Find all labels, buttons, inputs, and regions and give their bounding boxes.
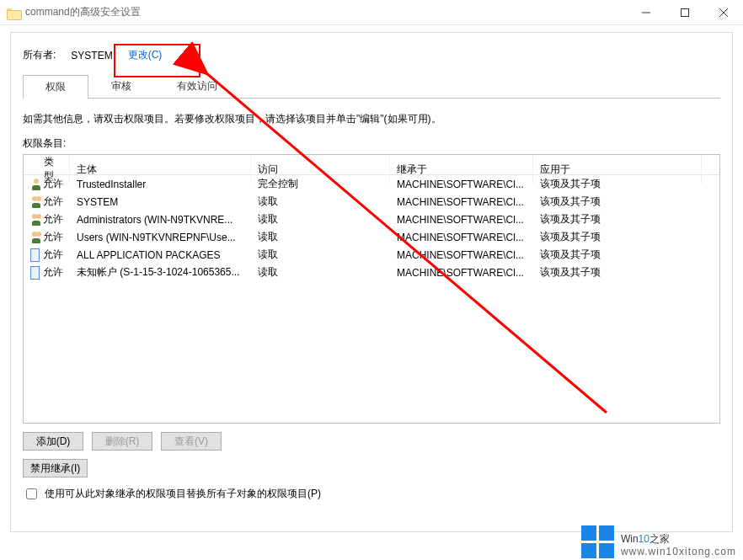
svg-rect-0	[682, 8, 689, 16]
users-icon	[30, 231, 40, 244]
view-button[interactable]: 查看(V)	[161, 432, 222, 451]
list-header: 类型 主体 访问 继承于 应用于	[24, 155, 719, 175]
table-row[interactable]: 允许SYSTEM读取MACHINE\SOFTWARE\Cl...该项及其子项	[24, 193, 719, 211]
cell-principal: ALL APPLICATION PACKAGES	[70, 249, 251, 261]
cell-inherited: MACHINE\SOFTWARE\Cl...	[390, 267, 533, 279]
user-icon	[30, 178, 40, 191]
cell-principal: Administrators (WIN-N9TKVNRE...	[70, 214, 251, 226]
table-row[interactable]: 允许Users (WIN-N9TKVNREPNF\Use...读取MACHINE…	[24, 228, 719, 246]
tab-divider	[23, 98, 720, 99]
cell-applies: 该项及其子项	[533, 248, 702, 262]
content-area: 所有者: SYSTEM 更改(C) 权限 审核 有效访问 如需其他信息，请双击权…	[0, 25, 743, 541]
users-icon	[30, 195, 40, 209]
disable-inherit-button[interactable]: 禁用继承(I)	[23, 459, 88, 477]
cell-access: 读取	[251, 230, 390, 244]
change-owner-link[interactable]: 更改(C)	[128, 48, 163, 62]
cell-principal: SYSTEM	[70, 196, 251, 208]
generic-icon	[30, 248, 40, 262]
cell-applies: 该项及其子项	[533, 230, 702, 244]
cell-inherited: MACHINE\SOFTWARE\Cl...	[390, 196, 533, 208]
table-row[interactable]: 允许Administrators (WIN-N9TKVNRE...读取MACHI…	[24, 211, 719, 228]
cell-applies: 该项及其子项	[533, 212, 702, 227]
replace-children-label: 使用可从此对象继承的权限项目替换所有子对象的权限项目(P)	[45, 487, 321, 501]
main-panel: 所有者: SYSTEM 更改(C) 权限 审核 有效访问 如需其他信息，请双击权…	[10, 32, 733, 532]
owner-value: SYSTEM	[71, 50, 112, 61]
cell-principal: Users (WIN-N9TKVNREPNF\Use...	[70, 232, 251, 243]
replace-children-checkbox[interactable]	[26, 488, 37, 499]
tab-auditing[interactable]: 审核	[88, 74, 154, 99]
table-row[interactable]: 允许未知帐户 (S-1-15-3-1024-1065365...读取MACHIN…	[24, 264, 719, 281]
cell-access: 完全控制	[251, 177, 390, 191]
cell-principal: 未知帐户 (S-1-15-3-1024-1065365...	[70, 265, 251, 280]
tab-strip: 权限 审核 有效访问	[23, 74, 720, 99]
cell-type: 允许	[24, 195, 70, 209]
entries-label: 权限条目:	[23, 136, 720, 151]
users-icon	[30, 213, 40, 227]
cell-access: 读取	[251, 248, 390, 262]
cell-inherited: MACHINE\SOFTWARE\Cl...	[390, 249, 533, 261]
watermark-url: www.win10xitong.com	[621, 547, 736, 557]
cell-type: 允许	[24, 265, 70, 280]
button-row-2: 禁用继承(I)	[23, 459, 720, 477]
cell-applies: 该项及其子项	[533, 265, 702, 280]
close-button[interactable]	[704, 0, 743, 25]
tab-effective-access[interactable]: 有效访问	[154, 74, 240, 99]
watermark-brand: Win10之家	[621, 526, 736, 547]
generic-icon	[30, 266, 40, 280]
cell-applies: 该项及其子项	[533, 195, 702, 209]
windows-logo-icon	[581, 525, 614, 558]
window-title: command的高级安全设置	[25, 5, 141, 19]
folder-icon	[7, 7, 20, 19]
cell-inherited: MACHINE\SOFTWARE\Cl...	[390, 214, 533, 226]
table-row[interactable]: 允许TrustedInstaller完全控制MACHINE\SOFTWARE\C…	[24, 175, 719, 193]
cell-type: 允许	[24, 212, 70, 227]
permission-list[interactable]: 类型 主体 访问 继承于 应用于 允许TrustedInstaller完全控制M…	[23, 154, 720, 424]
cell-inherited: MACHINE\SOFTWARE\Cl...	[390, 179, 533, 190]
cell-applies: 该项及其子项	[533, 177, 702, 191]
maximize-button[interactable]	[665, 0, 704, 25]
cell-access: 读取	[251, 212, 390, 227]
add-button[interactable]: 添加(D)	[23, 432, 83, 451]
owner-row: 所有者: SYSTEM 更改(C)	[23, 48, 720, 62]
minimize-button[interactable]	[627, 0, 665, 25]
cell-type: 允许	[24, 248, 70, 262]
window-titlebar: command的高级安全设置	[0, 0, 743, 25]
replace-children-row[interactable]: 使用可从此对象继承的权限项目替换所有子对象的权限项目(P)	[23, 486, 720, 502]
tab-permissions[interactable]: 权限	[23, 75, 88, 99]
button-row: 添加(D) 删除(R) 查看(V)	[23, 432, 720, 451]
cell-inherited: MACHINE\SOFTWARE\Cl...	[390, 232, 533, 243]
table-row[interactable]: 允许ALL APPLICATION PACKAGES读取MACHINE\SOFT…	[24, 246, 719, 264]
owner-label: 所有者:	[23, 48, 56, 62]
cell-type: 允许	[24, 230, 70, 244]
info-text: 如需其他信息，请双击权限项目。若要修改权限项目，请选择该项目并单击"编辑"(如果…	[23, 112, 720, 126]
watermark: Win10之家 www.win10xitong.com	[581, 525, 736, 558]
cell-principal: TrustedInstaller	[70, 179, 251, 190]
remove-button[interactable]: 删除(R)	[92, 432, 152, 451]
cell-type: 允许	[24, 177, 70, 191]
cell-access: 读取	[251, 265, 390, 280]
cell-access: 读取	[251, 195, 390, 209]
